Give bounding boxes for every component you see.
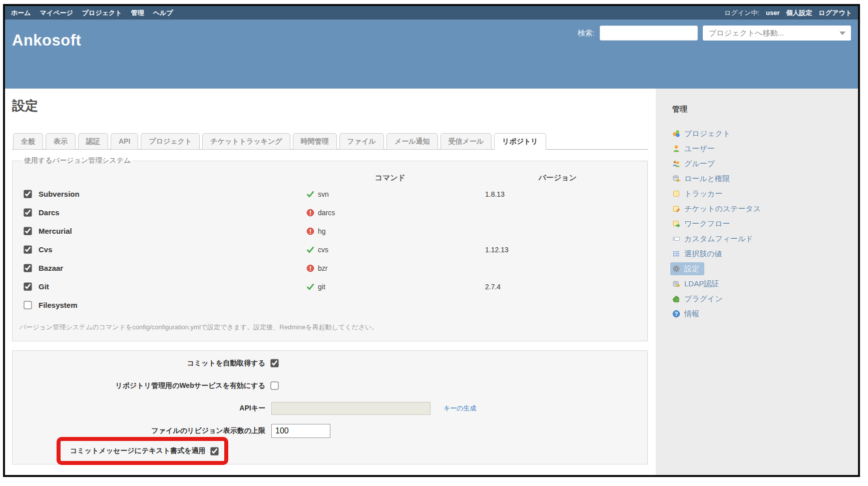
settings-icon (672, 265, 680, 273)
scm-command: svn (318, 190, 329, 198)
workflow-icon (672, 220, 680, 228)
scm-fieldset: 使用するバージョン管理システム コマンド バージョン Subversion (12, 156, 648, 341)
top-menu-item-admin[interactable]: 管理 (131, 9, 144, 18)
sidebar-item-label: ユーザー (684, 144, 715, 154)
scm-checkbox[interactable] (24, 264, 32, 272)
projects-icon (672, 130, 680, 138)
scm-command: cvs (318, 246, 328, 254)
sidebar-item-info[interactable]: ? 情報 (672, 306, 704, 321)
sidebar-item-roles[interactable]: ロールと権限 (672, 171, 734, 186)
sidebar-item-label: カスタムフィールド (684, 234, 753, 244)
tab-notifications[interactable]: メール通知 (386, 133, 438, 150)
tab-authentication[interactable]: 認証 (78, 133, 108, 150)
sidebar-item-custom-fields[interactable]: カスタムフィールド (672, 231, 758, 246)
ok-icon (306, 283, 314, 291)
scm-checkbox[interactable] (24, 245, 32, 253)
web-service-row: リポジトリ管理用のWebサービスを有効にする (19, 374, 641, 397)
scm-command: bzr (318, 264, 327, 272)
scm-table: Subversion svn 1.8.13 Darcs (19, 185, 641, 314)
account-menu: ログイン中: user 個人設定 ログアウト (724, 9, 852, 18)
autofetch-label: コミットを自動取得する (19, 359, 271, 368)
sidebar-item-label: プラグイン (684, 294, 723, 304)
tab-api[interactable]: API (111, 133, 138, 150)
sidebar-item-label: LDAP認証 (684, 279, 719, 289)
sidebar-item-workflows[interactable]: ワークフロー (672, 216, 734, 231)
scm-version: 1.12.13 (474, 246, 641, 254)
api-key-row: APIキー キーの生成 (19, 397, 641, 419)
sidebar-item-enumerations[interactable]: 選択肢の値 (672, 246, 726, 261)
project-jump-label: プロジェクトへ移動... (709, 29, 784, 38)
web-service-label: リポジトリ管理用のWebサービスを有効にする (19, 381, 271, 390)
project-jump-select[interactable]: プロジェクトへ移動... (703, 26, 851, 41)
scm-command: darcs (318, 209, 335, 217)
sidebar-item-label: プロジェクト (684, 129, 730, 139)
scm-legend: 使用するバージョン管理システム (22, 156, 133, 165)
sidebar-item-trackers[interactable]: トラッカー (672, 186, 727, 201)
scm-row-cvs: Cvs cvs 1.12.13 (19, 240, 641, 259)
sidebar-item-label: グループ (684, 159, 715, 169)
tab-timelog[interactable]: 時間管理 (293, 133, 337, 150)
my-account-link[interactable]: 個人設定 (786, 9, 812, 18)
scm-row-darcs: Darcs darcs (19, 203, 641, 222)
ok-icon (306, 246, 314, 254)
error-icon (306, 209, 314, 217)
customfield-icon (672, 235, 680, 243)
api-key-label: APIキー (19, 404, 271, 413)
group-icon (672, 160, 680, 168)
scm-checkbox[interactable] (24, 301, 32, 309)
top-menu-item-my-page[interactable]: マイページ (40, 9, 73, 18)
commit-format-checkbox[interactable] (210, 447, 218, 455)
sidebar-item-label: ロールと権限 (684, 174, 730, 184)
tracker-icon (672, 190, 680, 198)
scm-name: Darcs (39, 208, 60, 217)
user-icon (672, 145, 680, 153)
main-area: 設定 全般表示認証APIプロジェクトチケットトラッキング時間管理ファイルメール通… (5, 89, 858, 475)
enumeration-icon (672, 250, 680, 258)
scm-checkbox[interactable] (24, 227, 32, 235)
logged-in-label: ログイン中: (724, 9, 759, 18)
search-input[interactable] (600, 26, 698, 41)
tab-projects[interactable]: プロジェクト (141, 133, 200, 150)
sidebar-item-label: 設定 (684, 264, 699, 274)
sidebar-item-ldap[interactable]: LDAP認証 (672, 276, 723, 291)
sidebar-item-projects[interactable]: プロジェクト (672, 126, 735, 141)
scm-name: Filesystem (39, 301, 78, 309)
web-service-checkbox[interactable] (270, 381, 278, 389)
search-label: 検索: (578, 29, 595, 38)
scm-version: 1.8.13 (474, 190, 641, 198)
sidebar-item-issue-statuses[interactable]: チケットのステータス (672, 201, 765, 216)
sidebar-item-groups[interactable]: グループ (672, 156, 719, 171)
top-menu-item-projects[interactable]: プロジェクト (82, 9, 122, 18)
app-title: Ankosoft (12, 32, 81, 50)
scm-note: バージョン管理システムのコマンドをconfig/configuration.ym… (20, 323, 641, 332)
tab-repositories[interactable]: リポジトリ (494, 133, 546, 150)
error-icon (306, 264, 314, 272)
autofetch-row: コミットを自動取得する (19, 352, 641, 374)
scm-checkbox[interactable] (24, 282, 32, 290)
sidebar-item-plugins[interactable]: プラグイン (672, 291, 727, 306)
rev-limit-label: ファイルのリビジョン表示数の上限 (19, 426, 271, 435)
admin-sidebar: 管理 プロジェクト ユーザー グループ ロールと権限 (656, 89, 858, 475)
repository-settings-fieldset: コミットを自動取得する リポジトリ管理用のWebサービスを有効にする APIキー… (12, 350, 648, 464)
sidebar-item-label: 選択肢の値 (684, 249, 722, 259)
rev-limit-input[interactable] (271, 424, 330, 438)
sidebar-item-users[interactable]: ユーザー (672, 141, 719, 156)
sidebar-item-settings[interactable]: 設定 (670, 262, 704, 275)
logout-link[interactable]: ログアウト (818, 9, 852, 18)
scm-checkbox[interactable] (24, 208, 32, 216)
tab-attachments[interactable]: ファイル (339, 133, 384, 150)
scm-checkbox[interactable] (24, 190, 32, 198)
tab-display[interactable]: 表示 (46, 133, 76, 150)
top-menu-item-home[interactable]: ホーム (11, 9, 31, 18)
scm-command: hg (318, 227, 326, 235)
tab-general[interactable]: 全般 (13, 133, 43, 150)
sidebar-item-label: ワークフロー (684, 219, 730, 229)
autofetch-checkbox[interactable] (270, 359, 278, 367)
generate-key-link[interactable]: キーの生成 (444, 404, 477, 413)
scm-command: git (318, 283, 325, 291)
tab-incoming-mail[interactable]: 受信メール (441, 133, 492, 150)
content-column: 設定 全般表示認証APIプロジェクトチケットトラッキング時間管理ファイルメール通… (5, 89, 656, 475)
tab-issue-tracking[interactable]: チケットトラッキング (202, 133, 290, 150)
top-menu-item-help[interactable]: ヘルプ (153, 9, 173, 18)
error-icon (306, 227, 314, 235)
